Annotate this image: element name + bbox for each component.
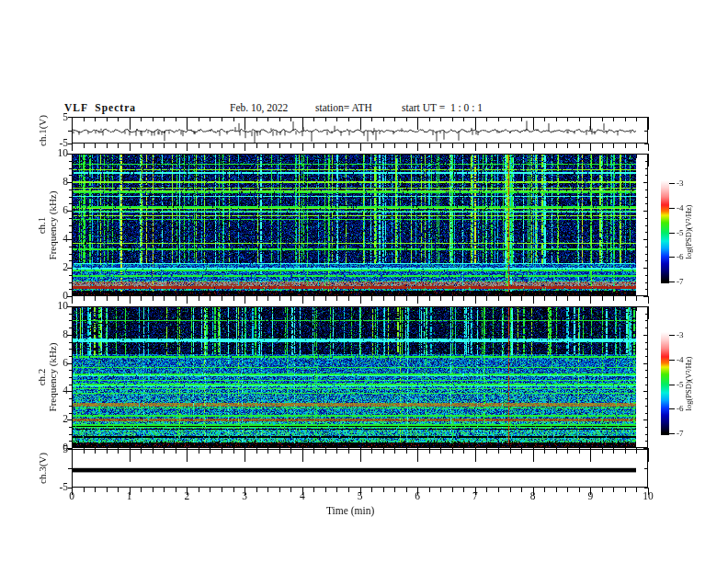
colorbar-2-label: log(PSD)(V²/Hz) <box>684 357 693 411</box>
ch1-voltage-axis-label: ch.1(V) <box>37 115 48 146</box>
vlf-spectra-figure: { "header": { "title": "VLF Spectra", "d… <box>0 0 728 563</box>
ch2-label: ch.2 <box>36 343 47 412</box>
ch1-frequency-axis-label: ch.1 Frequency (kHz) <box>36 191 58 260</box>
time-axis-label: Time (min) <box>326 505 374 516</box>
colorbar-1-label: log(PSD)(V²/Hz) <box>684 205 693 259</box>
frequency-khz-label: Frequency (kHz) <box>47 343 58 412</box>
frequency-khz-label: Frequency (kHz) <box>47 191 58 260</box>
ch2-frequency-axis-label: ch.2 Frequency (kHz) <box>36 343 58 412</box>
ch3-voltage-axis-label: ch.3(V) <box>37 453 48 484</box>
panel-borders-layer <box>0 0 728 563</box>
ch1-label: ch.1 <box>36 191 47 260</box>
